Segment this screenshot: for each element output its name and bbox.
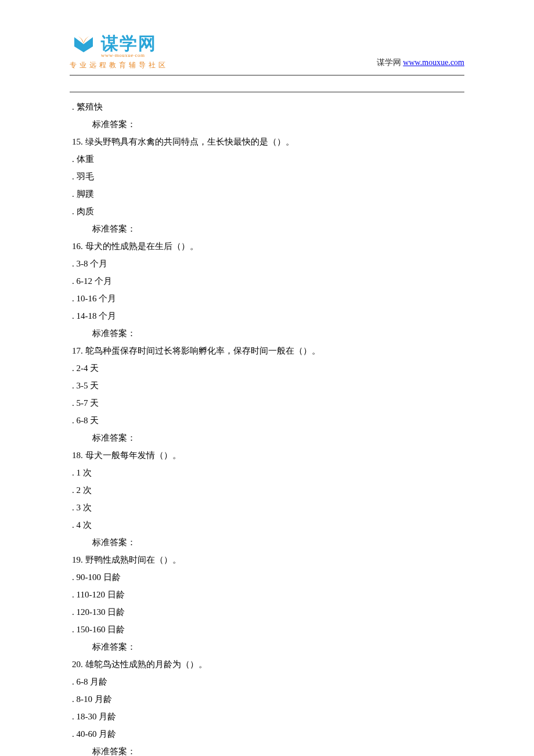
answer-label: 标准答案： (72, 429, 462, 447)
question-option: 6-8 月龄 (72, 673, 462, 690)
question-option: 6-12 个月 (72, 272, 462, 290)
question-option: 6-8 天 (72, 412, 462, 429)
question-option: 繁殖快 (72, 98, 462, 116)
question-option: 10-16 个月 (72, 290, 462, 307)
logo-icon (70, 35, 98, 58)
answer-label: 标准答案： (72, 534, 462, 551)
question-option: 18-30 月龄 (72, 708, 462, 725)
logo-row: 谋学网 www·mouxue·com (70, 35, 168, 58)
question-option: 脚蹼 (72, 185, 462, 203)
question-option: 150-160 日龄 (72, 621, 462, 638)
answer-label: 标准答案： (72, 743, 462, 756)
page-header: 谋学网 www·mouxue·com 专业远程教育辅导社区 谋学网 www.mo… (70, 35, 464, 75)
question-option: 1 次 (72, 464, 462, 481)
logo-block: 谋学网 www·mouxue·com 专业远程教育辅导社区 (70, 35, 168, 70)
question-option: 2-4 天 (72, 359, 462, 377)
header-site-link[interactable]: www.mouxue.com (403, 58, 464, 67)
question-option: 2 次 (72, 481, 462, 499)
question-stem: 16. 母犬的性成熟是在生后（）。 (72, 237, 462, 255)
question-option: 体重 (72, 150, 462, 168)
logo-main-text: 谋学网 (101, 35, 157, 52)
document-page: 谋学网 www·mouxue·com 专业远程教育辅导社区 谋学网 www.mo… (0, 0, 534, 756)
question-option: 5-7 天 (72, 394, 462, 412)
question-option: 3-8 个月 (72, 255, 462, 272)
document-content: 繁殖快标准答案：15. 绿头野鸭具有水禽的共同特点，生长快最快的是（）。体重羽毛… (70, 98, 464, 756)
answer-label: 标准答案： (72, 638, 462, 656)
logo-sub-text: www·mouxue·com (101, 53, 157, 58)
question-option: 40-60 月龄 (72, 725, 462, 743)
header-divider (70, 92, 464, 92)
question-option: 90-100 日龄 (72, 568, 462, 586)
question-option: 肉质 (72, 203, 462, 220)
question-option: 3-5 天 (72, 377, 462, 394)
answer-label: 标准答案： (72, 325, 462, 342)
header-site-name: 谋学网 (377, 58, 401, 67)
question-stem: 20. 雄鸵鸟达性成熟的月龄为（）。 (72, 656, 462, 673)
question-stem: 15. 绿头野鸭具有水禽的共同特点，生长快最快的是（）。 (72, 133, 462, 150)
question-stem: 18. 母犬一般每年发情（）。 (72, 447, 462, 464)
question-option: 羽毛 (72, 168, 462, 185)
answer-label: 标准答案： (72, 220, 462, 237)
answer-label: 标准答案： (72, 116, 462, 133)
question-option: 120-130 日龄 (72, 603, 462, 621)
header-right: 谋学网 www.mouxue.com (377, 57, 464, 70)
question-stem: 19. 野鸭性成熟时间在（）。 (72, 551, 462, 568)
question-stem: 17. 鸵鸟种蛋保存时间过长将影响孵化率，保存时间一般在（）。 (72, 342, 462, 359)
question-option: 14-18 个月 (72, 307, 462, 325)
logo-text: 谋学网 www·mouxue·com (101, 35, 157, 58)
question-option: 8-10 月龄 (72, 690, 462, 708)
question-option: 110-120 日龄 (72, 586, 462, 603)
question-option: 3 次 (72, 499, 462, 516)
question-option: 4 次 (72, 516, 462, 534)
logo-tagline: 专业远程教育辅导社区 (70, 60, 168, 70)
